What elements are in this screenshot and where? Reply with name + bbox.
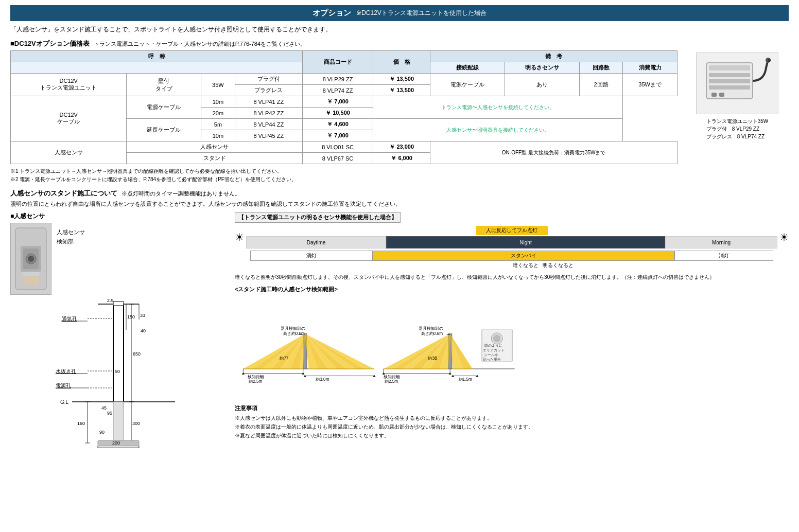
cell-cat3-power-cable: 電源ケーブル [127, 96, 201, 119]
svg-text:検知距離: 検知距離 [384, 375, 400, 379]
svg-rect-5 [711, 93, 717, 97]
svg-text:約2.5m: 約2.5m [385, 379, 398, 384]
svg-text:650: 650 [133, 351, 141, 357]
svg-text:電源孔: 電源孔 [56, 383, 71, 388]
col-connection: 接続配線 [430, 62, 505, 74]
col-name: 呼 称 [11, 51, 303, 62]
sensor-section-label: ■人感センサ [10, 212, 227, 221]
product-label: トランス電源ユニット35W [706, 117, 769, 125]
svg-rect-14 [22, 272, 40, 276]
svg-text:約1.5m: 約1.5m [459, 377, 472, 382]
daytime-segment: Daytime [246, 236, 386, 249]
sensor-image-wrapper: 人感センサ 検知部 [10, 223, 227, 295]
svg-text:器具検知部の: 器具検知部の [281, 326, 305, 331]
cell-price-4600: ￥ 4,600 [303, 119, 373, 130]
svg-text:器具検知部の: 器具検知部の [419, 326, 443, 331]
detection-range-title: <スタンド施工時の人感センサ検知範囲> [235, 286, 789, 293]
svg-text:約3B: 約3B [428, 356, 438, 361]
darker-label: 暗くなると [250, 262, 541, 269]
cell-price-13500a: ￥ 13,500 [373, 74, 430, 85]
cell-code-vlq01: 8 VLQ01 SC [303, 141, 373, 153]
cell-cat1-transformer: DC12Vトランス電源ユニット [11, 74, 127, 96]
svg-text:33: 33 [140, 313, 145, 318]
sensor-note: ※点灯時間のタイマー調整機能はありません。 [121, 190, 240, 198]
note-1: ※1 トランス電源ユニット→人感センサ→照明器具までの配線距離を確認してから必要… [10, 167, 789, 175]
detection-range-diagram: 図のように エリアカット シールを 貼った場合 器具検知部の 高さ約0.6m 器… [235, 296, 789, 400]
svg-text:約3.0m: 約3.0m [316, 377, 329, 382]
cell-price-7000a: ￥ 7,000 [303, 96, 373, 108]
table-row: DC12Vトランス電源ユニット 壁付タイプ 35W プラグ付 8 VLP29 Z… [11, 74, 678, 85]
svg-text:図のように: 図のように [484, 343, 502, 348]
svg-text:45: 45 [101, 405, 107, 411]
col-name-empty [11, 62, 303, 74]
svg-rect-15 [24, 277, 28, 285]
cell-code-vlp44: 8 VLP44 ZZ [235, 119, 302, 130]
product-image-box: トランス電源ユニット35W プラグ付 8 VLP29 ZZ プラグレス 8 VL… [686, 50, 789, 164]
svg-text:50: 50 [115, 369, 120, 374]
sensor-label2: 検知部 [57, 237, 85, 246]
svg-point-13 [28, 256, 34, 262]
price-table-title: ■DC12Vオプション価格表 [10, 39, 90, 48]
cell-sensor-name: 人感センサ [127, 141, 303, 153]
sensor-title-text: 人感センサのスタンド施工について [10, 189, 117, 198]
status-off-left: 消灯 [250, 251, 373, 261]
cell-remark-connect2: 人感センサ〜照明器具を接続してください。 [373, 119, 623, 141]
cell-price-10500: ￥ 10,500 [303, 108, 373, 119]
col-brightness: 明るさセンサ [505, 62, 580, 74]
main-description: 「人感センサ」をスタンド施工することで、スポットライトを人感センサ付き照明として… [10, 25, 789, 34]
caution-item-1: ※人感センサは人以外にも動物や植物、車やエアコン室外機など熱を発生するものに反応… [235, 414, 789, 422]
price-table-wrapper: 呼 称 商品コード 価 格 備 考 接続配線 明るさセンサ 回路数 消費電力 D… [10, 50, 789, 164]
svg-text:2.9: 2.9 [107, 299, 114, 303]
brightness-diagram: ☀ 人に反応してフル点灯 Daytime Night Morning [235, 226, 789, 269]
note-2: ※2 電源・延長ケーブルをコンクリートに埋設する場合、P.784を参照して必ず配… [10, 175, 789, 184]
cell-code-vlp45: 8 VLP45 ZZ [235, 130, 302, 141]
right-panel: 【トランス電源ユニットの明るさセンサ機能を使用した場合】 ☀ 人に反応してフル点… [235, 212, 789, 449]
table-row: 人感センサ 人感センサ 8 VLQ01 SC ￥ 23,000 ON-OFF型 … [11, 141, 678, 153]
cell-stand-name: スタンド [127, 153, 303, 164]
header-bar: オプション ※DC12Vトランス電源ユニットを使用した場合 [10, 5, 789, 21]
svg-text:高さ約0.6m: 高さ約0.6m [283, 331, 305, 336]
svg-text:約77: 約77 [280, 356, 289, 361]
table-notes: ※1 トランス電源ユニット→人感センサ→照明器具までの配線距離を確認してから必要… [10, 167, 789, 184]
svg-rect-4 [709, 85, 750, 90]
cell-code-vlp41: 8 VLP41 ZZ [235, 96, 302, 108]
cell-cat3-wall: 壁付タイプ [127, 74, 201, 96]
product-line1: プラグ付 8 VLP29 ZZ [706, 125, 769, 133]
cell-remark-connect1: トランス電源〜人感センサを接続してください。 [373, 96, 623, 119]
svg-rect-16 [29, 276, 33, 285]
col-remarks: 備 考 [430, 51, 678, 62]
page-title: オプション [312, 8, 351, 18]
cell-price-7000b: ￥ 7,000 [303, 130, 373, 141]
brightness-note: 暗くなると照明が30秒間自動点灯します。その後、スタンバイ中に人を感知すると「フ… [235, 273, 789, 281]
cell-remark-brightness: あり [505, 74, 580, 96]
product-line2: プラグレス 8 VLP74 ZZ [706, 133, 769, 140]
svg-rect-1 [709, 65, 750, 70]
cell-plug: プラグ付 [235, 74, 302, 85]
cell-price-13500b: ￥ 13,500 [373, 85, 430, 96]
sun-right-icon: ☀ [779, 231, 789, 243]
night-segment: Night [386, 236, 665, 249]
svg-text:160: 160 [77, 421, 85, 426]
cell-cat1-sensor: 人感センサ [11, 141, 127, 164]
cell-code-vlp42: 8 VLP42 ZZ [235, 108, 302, 119]
full-light-label: 人に反応してフル点灯 [476, 226, 548, 235]
status-standby: スタンバイ [373, 251, 674, 261]
brightness-title: 【トランス電源ユニットの明るさセンサ機能を使用した場合】 [235, 212, 401, 223]
svg-text:40: 40 [141, 328, 146, 333]
caution-title: 注意事項 [235, 404, 789, 412]
status-off-right: 消灯 [674, 251, 773, 261]
cell-remark-cable: 電源ケーブル [430, 74, 505, 96]
transformer-image [696, 52, 778, 114]
svg-text:95: 95 [107, 411, 112, 416]
left-panel: ■人感センサ [10, 212, 227, 449]
svg-text:通気孔: 通気孔 [62, 316, 77, 322]
sensor-label1: 人感センサ [57, 228, 85, 237]
brighter-label: 明るくなると [541, 262, 773, 269]
svg-text:200: 200 [112, 440, 120, 446]
cell-remark-circuits: 2回路 [579, 74, 622, 96]
sensor-desc: 照明の位置にとらわれず自由な場所に人感センサを設置することができます。人感センサ… [10, 200, 789, 208]
svg-rect-2 [709, 73, 750, 77]
svg-text:水抜き孔: 水抜き孔 [56, 368, 76, 374]
svg-text:貼った場合: 貼った場合 [483, 357, 501, 362]
cell-cat3-ext-cable: 延長ケーブル [127, 119, 201, 141]
